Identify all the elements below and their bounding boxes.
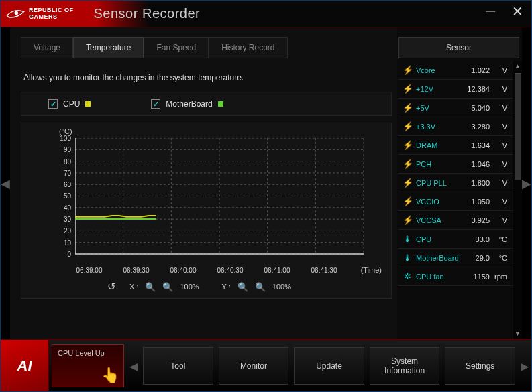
zoom-y-in-icon[interactable]: 🔍 — [237, 282, 248, 292]
scroll-right-icon[interactable]: ▶ — [522, 176, 531, 191]
sensor-unit: V — [490, 160, 507, 168]
tool-button[interactable]: Tool — [143, 347, 213, 385]
scroll-thumb[interactable] — [515, 73, 521, 180]
zoom-y-value: 100% — [272, 283, 291, 291]
sensor-unit: °C — [490, 235, 507, 243]
svg-point-0 — [15, 11, 19, 15]
cpu-level-up-button[interactable]: CPU Level Up 👆 — [52, 344, 124, 387]
sensor-row[interactable]: ⚡Vcore1.022V — [398, 61, 513, 80]
monitor-button[interactable]: Monitor — [219, 347, 289, 385]
bolt-icon: ⚡ — [403, 159, 412, 169]
tab-fan-speed[interactable]: Fan Speed — [144, 37, 209, 58]
sensor-value: 1.800 — [460, 179, 490, 187]
checkbox-cpu[interactable]: ✓ CPU — [48, 99, 91, 109]
scroll-left-icon[interactable]: ◀ — [1, 176, 10, 191]
zoom-y-out-icon[interactable]: 🔍 — [255, 282, 266, 292]
swatch-mb — [218, 101, 223, 107]
rog-eye-icon — [6, 7, 25, 21]
sensor-value: 5.040 — [460, 104, 490, 112]
scroll-up-icon[interactable]: ▲ — [513, 61, 522, 72]
sensor-row[interactable]: 🌡MotherBoard29.0°C — [398, 249, 513, 267]
fan-icon: ✲ — [403, 271, 412, 281]
toolbar-logo-text: AI — [17, 357, 32, 375]
toolbar-logo[interactable]: AI — [1, 340, 49, 391]
close-button[interactable]: ✕ — [509, 3, 526, 21]
sensor-unit: °C — [490, 254, 507, 262]
tab-voltage[interactable]: Voltage — [21, 37, 73, 58]
sensor-row[interactable]: ⚡+12V12.384V — [398, 80, 513, 99]
sidebar-title: Sensor — [398, 37, 519, 58]
sensor-unit: V — [490, 104, 507, 112]
check-icon: ✓ — [48, 99, 58, 109]
bolt-icon: ⚡ — [403, 140, 412, 150]
temp-icon: 🌡 — [403, 253, 412, 263]
sensor-unit: V — [490, 216, 507, 224]
tab-temperature[interactable]: Temperature — [73, 37, 144, 58]
sensor-list: ⚡Vcore1.022V⚡+12V12.384V⚡+5V5.040V⚡+3.3V… — [398, 61, 513, 339]
x-axis-label: (Time) — [361, 266, 382, 274]
checkbox-cpu-label: CPU — [63, 99, 80, 109]
brand-logo: REPUBLIC OF GAMERS — [1, 7, 74, 21]
zoom-x-in-icon[interactable]: 🔍 — [145, 282, 156, 292]
sensor-name: VCCSA — [416, 216, 460, 224]
sensor-value: 0.925 — [460, 216, 490, 224]
sensor-unit: V — [490, 85, 507, 93]
zoom-x-value: 100% — [180, 283, 199, 291]
chart-area: (°C) 1009080706050403020100 06:39:0006:3… — [27, 127, 386, 278]
bolt-icon: ⚡ — [403, 65, 412, 75]
bolt-icon: ⚡ — [403, 215, 412, 225]
sensor-value: 1159 — [460, 273, 490, 281]
bolt-icon: ⚡ — [403, 196, 412, 206]
sensor-row[interactable]: ⚡CPU PLL1.800V — [398, 174, 513, 192]
checkbox-motherboard[interactable]: ✓ MotherBoard — [151, 99, 223, 109]
zoom-x-out-icon[interactable]: 🔍 — [162, 282, 173, 292]
sensor-row[interactable]: ✲CPU fan1159rpm — [398, 267, 513, 286]
sensor-row[interactable]: ⚡DRAM1.634V — [398, 136, 513, 155]
tab-bar: Voltage Temperature Fan Speed History Re… — [21, 37, 392, 58]
sensor-name: DRAM — [416, 141, 460, 149]
settings-button[interactable]: Settings — [445, 347, 515, 385]
bolt-icon: ⚡ — [403, 121, 412, 131]
sensor-unit: V — [490, 123, 507, 131]
tab-description: Allows you to monitor the changes in the… — [21, 64, 392, 92]
sensor-row[interactable]: ⚡+3.3V3.280V — [398, 117, 513, 136]
content-area: ◀ Voltage Temperature Fan Speed History … — [1, 27, 531, 339]
main-panel: Voltage Temperature Fan Speed History Re… — [10, 27, 397, 339]
zoom-controls: ↺ X : 🔍 🔍 100% Y : 🔍 🔍 100% — [27, 278, 386, 294]
sensor-value: 1.046 — [460, 160, 490, 168]
series-checkboxes: ✓ CPU ✓ MotherBoard — [21, 92, 392, 116]
sensor-name: CPU — [416, 235, 460, 243]
minimize-button[interactable]: ─ — [482, 3, 499, 21]
x-axis-ticks: 06:39:0006:39:3006:40:0006:40:3006:41:00… — [66, 267, 348, 274]
app-window: { "header": { "brand_top": "REPUBLIC OF"… — [0, 0, 532, 392]
sensor-row[interactable]: ⚡+5V5.040V — [398, 99, 513, 117]
system-info-button[interactable]: System Information — [370, 347, 440, 385]
hand-cursor-icon: 👆 — [101, 367, 119, 384]
app-title: Sensor Recorder — [94, 6, 201, 21]
sensor-row[interactable]: ⚡VCCIO1.050V — [398, 192, 513, 211]
sensor-row[interactable]: ⚡PCH1.046V — [398, 155, 513, 174]
sensor-row[interactable]: 🌡CPU33.0°C — [398, 230, 513, 249]
brand-line2: GAMERS — [29, 14, 74, 20]
toolbar-scroll-left-icon[interactable]: ◀ — [127, 340, 140, 391]
chart-plot — [75, 138, 364, 259]
tab-history[interactable]: History Record — [209, 37, 287, 58]
sensor-value: 1.634 — [460, 141, 490, 149]
bolt-icon: ⚡ — [403, 103, 412, 113]
sensor-unit: V — [490, 198, 507, 206]
sensor-name: VCCIO — [416, 198, 460, 206]
update-button[interactable]: Update — [294, 347, 364, 385]
toolbar-scroll-right-icon[interactable]: ▶ — [518, 340, 531, 391]
sensor-row[interactable]: ⚡VCCSA0.925V — [398, 211, 513, 230]
sensor-name: CPU PLL — [416, 179, 460, 187]
sensor-value: 29.0 — [460, 254, 490, 262]
scroll-down-icon[interactable]: ▼ — [513, 328, 522, 339]
sensor-value: 33.0 — [460, 235, 490, 243]
reset-zoom-icon[interactable]: ↺ — [107, 281, 116, 293]
bolt-icon: ⚡ — [403, 84, 412, 94]
sensor-name: +3.3V — [416, 123, 460, 131]
zoom-y-label: Y : — [222, 283, 231, 291]
sidebar-scrollbar[interactable]: ▲ ▼ — [513, 61, 522, 339]
cpu-level-up-label: CPU Level Up — [58, 349, 105, 357]
sensor-value: 3.280 — [460, 123, 490, 131]
